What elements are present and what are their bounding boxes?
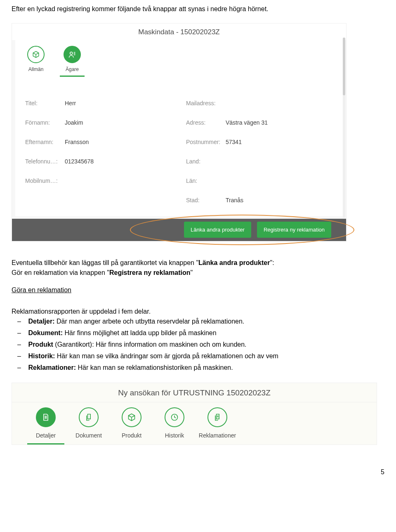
tab-label: Dokument (75, 431, 102, 440)
field-label: Postnummer: (186, 138, 226, 147)
tab-reklamationer[interactable]: Reklamationer (196, 407, 239, 445)
tab-historik[interactable]: Historik (153, 407, 196, 445)
tab-label: Reklamationer (199, 431, 236, 440)
tab-label: Detaljer (36, 431, 56, 440)
field-lan: Län: (186, 177, 343, 185)
screenshot2-title: Ny ansökan för UTRUSTNING 150202023Z (12, 383, 377, 402)
tab-produkt[interactable]: Produkt (110, 407, 153, 445)
link-products-button[interactable]: Länka andra produkter (184, 222, 251, 238)
bullet-rest: (Garantikort): Här finns information om … (55, 341, 246, 348)
tab-label: Allmän (28, 66, 44, 73)
field-value: 57341 (226, 138, 242, 147)
field-label: Adress: (186, 118, 226, 127)
scrollbar-thumb[interactable] (343, 38, 345, 95)
field-label: Efternamn: (25, 138, 65, 147)
field-label: Titel: (25, 99, 65, 108)
field-titel: Titel: Herr (25, 99, 182, 108)
field-mobil: Mobilnum…: (25, 177, 182, 185)
field-value: Herr (65, 99, 76, 108)
field-value: Västra vägen 31 (226, 118, 268, 127)
text: " (190, 269, 193, 276)
paragraph-lanka: Eventuella tillbehör kan läggas till på … (12, 258, 384, 278)
field-value: Tranås (226, 196, 243, 205)
tab-label: Ägare (66, 66, 79, 73)
bullet-rest: Här finns möjlighet att ladda upp bilder… (64, 329, 216, 336)
tab-dokument[interactable]: Dokument (67, 407, 110, 445)
person-icon (64, 46, 81, 63)
bullet-list: Detaljer: Där man anger arbete och utbyt… (12, 317, 384, 373)
screenshot2-tabs: Detaljer Dokument Produkt (24, 407, 377, 445)
field-label: Telefonnu…: (25, 157, 65, 166)
screenshot1-footer: Länka andra produkter Registrera ny rekl… (12, 219, 346, 241)
bullet-bold: Reklamationer: (28, 364, 78, 371)
field-label: Stad: (186, 196, 226, 205)
cube-icon (27, 46, 45, 63)
field-label: Land: (186, 157, 226, 166)
tab-agare[interactable]: Ägare (61, 46, 83, 77)
page-number: 5 (0, 457, 396, 482)
field-postnummer: Postnummer: 57341 (186, 138, 343, 147)
bullet-bold: Produkt (28, 341, 55, 348)
bold-registrera: Registrera ny reklamation (109, 269, 191, 276)
screenshot1-title: Maskindata - 150202023Z (12, 24, 346, 40)
field-adress: Adress: Västra vägen 31 (186, 118, 343, 127)
field-fornamn: Förnamn: Joakim (25, 118, 182, 127)
bullet-rest: Här kan man se reklamationshistoriken på… (78, 364, 233, 371)
field-value: Fransson (65, 138, 89, 147)
documents-icon (79, 407, 99, 427)
field-label: Mailadress: (186, 99, 226, 108)
screenshot-maskindata: Maskindata - 150202023Z Allmän Ägare (12, 23, 346, 241)
bullet-bold: Historik: (28, 352, 57, 359)
text: Gör en reklamation via knappen " (12, 269, 109, 276)
bullet-bold: Detaljer: (28, 318, 56, 325)
list-item: Reklamationer: Här kan man se reklamatio… (26, 363, 384, 373)
field-label: Förnamn: (25, 118, 65, 127)
register-claim-button[interactable]: Registrera ny reklamation (257, 222, 331, 238)
field-value: Joakim (65, 118, 83, 127)
field-telefon: Telefonnu…: 012345678 (25, 157, 182, 166)
field-stad: Stad: Tranås (186, 196, 343, 205)
field-efternamn: Efternamn: Fransson (25, 138, 182, 147)
svg-point-0 (70, 52, 73, 54)
owner-form: Titel: Herr Mailadress: Förnamn: Joakim … (15, 77, 343, 212)
screenshot1-tabs: Allmän Ägare (15, 40, 343, 77)
paragraph-reklamationsrapport: Reklamationsrapporten är uppdelad i fem … (12, 307, 384, 317)
screenshot1-whitearea: Allmän Ägare Titel: Herr (15, 40, 343, 216)
tab-label: Historik (165, 431, 184, 440)
list-item: Historik: Här kan man se vilka ändringar… (26, 351, 384, 361)
cube-icon (122, 407, 141, 427)
list-item: Produkt (Garantikort): Här finns informa… (26, 340, 384, 350)
clock-icon (165, 407, 184, 427)
bullet-rest: Där man anger arbete och utbytta reservd… (57, 318, 244, 325)
documents-icon (207, 407, 227, 427)
bold-lanka: Länka andra produkter (198, 259, 270, 266)
tab-label: Produkt (122, 431, 141, 440)
list-item: Detaljer: Där man anger arbete och utbyt… (26, 317, 384, 326)
section-heading: Göra en reklamation (12, 285, 384, 295)
tab-allman[interactable]: Allmän (25, 46, 47, 77)
document-icon (36, 407, 56, 427)
field-label: Län: (186, 177, 226, 185)
text: ": (270, 259, 274, 266)
list-item: Dokument: Här finns möjlighet att ladda … (26, 328, 384, 338)
intro-text: Efter en lyckad registrering kommer följ… (12, 4, 384, 14)
field-mailadress: Mailadress: (186, 99, 343, 108)
bullet-rest: Här kan man se vilka ändringar som är gj… (57, 352, 278, 359)
field-label: Mobilnum…: (25, 177, 65, 185)
scrollbar[interactable] (343, 38, 345, 218)
text: Eventuella tillbehör kan läggas till på … (12, 259, 198, 266)
tab-detaljer[interactable]: Detaljer (24, 407, 67, 445)
field-value: 012345678 (65, 157, 94, 166)
field-land: Land: (186, 157, 343, 166)
bullet-bold: Dokument: (28, 329, 64, 336)
screenshot-ny-ansokan: Ny ansökan för UTRUSTNING 150202023Z Det… (12, 383, 377, 445)
